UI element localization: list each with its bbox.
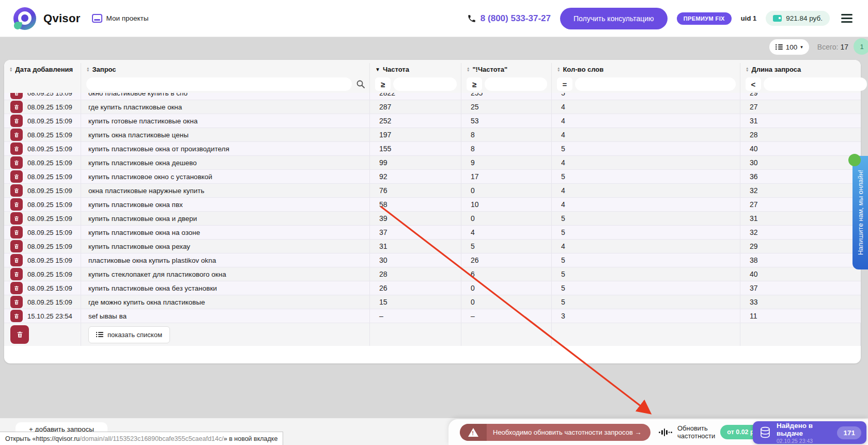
row-exact-frequency: 9 <box>461 156 552 169</box>
column-filter-input[interactable] <box>86 77 352 91</box>
delete-row-button[interactable] <box>10 212 23 225</box>
column-filter-input[interactable] <box>393 77 457 91</box>
row-date: 08.09.25 15:09 <box>27 243 72 250</box>
filter-operator: = <box>557 77 572 91</box>
table-footer-row: показать списком <box>4 323 861 346</box>
table-row: 08.09.25 15:09 купить окна пластиковые ц… <box>4 128 861 142</box>
row-date: 15.10.25 23:54 <box>27 312 72 320</box>
row-date: 08.09.25 15:09 <box>27 173 72 181</box>
sort-both-icon: ▲▼ <box>557 67 560 72</box>
column-sort-control[interactable]: ▲▼ ▼ Кол-во слов <box>557 63 736 75</box>
trash-icon <box>13 146 20 152</box>
table-row: 08.09.25 15:09 купить стеклопакет для пл… <box>4 267 861 281</box>
delete-row-button[interactable] <box>10 226 23 239</box>
filter-operator: ≥ <box>467 77 482 91</box>
my-projects-link[interactable]: Мои проекты <box>92 14 149 23</box>
row-query: где можно купить окна пластиковые <box>81 295 370 309</box>
row-query-length: 27 <box>740 198 861 211</box>
row-frequency: 26 <box>370 281 461 295</box>
delete-row-button[interactable] <box>10 170 23 183</box>
phone-number: 8 (800) 533-37-27 <box>481 13 551 24</box>
delete-row-button[interactable] <box>10 115 23 127</box>
notification-count-badge[interactable]: 1 <box>854 38 868 55</box>
row-word-count: 4 <box>552 128 740 141</box>
total-value: 17 <box>840 43 848 51</box>
table-row: 08.09.25 15:09 купить готовые пластиковы… <box>4 114 861 128</box>
row-query-length: 40 <box>740 267 861 281</box>
row-date: 08.09.25 15:09 <box>27 271 72 278</box>
delete-row-button[interactable] <box>10 101 23 113</box>
row-word-count: 5 <box>552 295 740 309</box>
trash-icon <box>13 215 20 222</box>
page-size-dropdown[interactable]: 100 ▾ <box>769 39 809 55</box>
search-icon[interactable] <box>356 80 365 89</box>
column-sort-control[interactable]: ▲▼ ▼ "!Частота" <box>467 63 547 75</box>
column-filter-input[interactable] <box>764 77 867 91</box>
delete-all-button[interactable] <box>10 325 29 344</box>
row-word-count: 5 <box>552 226 740 239</box>
row-date: 08.09.25 15:09 <box>27 145 72 153</box>
column-header: ▲▼ ▼ Дата добавления <box>4 63 81 93</box>
update-alert-pill[interactable]: ! Необходимо обновить частотности запрос… <box>460 424 650 441</box>
phone-icon <box>467 14 476 23</box>
delete-row-button[interactable] <box>10 240 23 252</box>
row-frequency: 39 <box>370 212 461 225</box>
consultation-button[interactable]: Получить консультацию <box>560 8 668 29</box>
row-exact-frequency: 8 <box>461 128 552 141</box>
trash-icon <box>13 299 20 306</box>
serp-results-card[interactable]: Найдено в выдаче 02.10.25 23:43 171 <box>753 421 866 444</box>
row-query-length: 30 <box>740 156 861 169</box>
phone-link[interactable]: 8 (800) 533-37-27 <box>467 13 551 24</box>
row-exact-frequency: 53 <box>461 114 552 128</box>
delete-row-button[interactable] <box>10 254 23 266</box>
row-query: пластиковые окна купить plastikov okna <box>81 253 370 267</box>
row-date: 08.09.25 15:09 <box>27 117 72 125</box>
column-filter-input[interactable] <box>575 77 736 91</box>
table-row: 08.09.25 15:09 купить пластиковые окна и… <box>4 212 861 226</box>
row-query-length: 11 <box>740 309 861 323</box>
trash-icon <box>13 257 20 264</box>
row-query-length: 38 <box>740 253 861 267</box>
row-query: купить пластиковые окна рехау <box>81 240 370 253</box>
online-chat-tab[interactable]: Напишите нам, мы онлайн! <box>853 156 868 269</box>
delete-row-button[interactable] <box>10 184 23 197</box>
delete-row-button[interactable] <box>10 310 23 322</box>
status-url-suffix: » в новой вкладке <box>224 435 278 442</box>
trash-icon <box>13 313 20 320</box>
row-query-length: 27 <box>740 100 861 114</box>
column-filter-input[interactable] <box>485 77 547 91</box>
show-as-list-button[interactable]: показать списком <box>88 326 170 343</box>
table-row: 08.09.25 15:09 окна пластиковые наружные… <box>4 184 861 198</box>
table-row: 08.09.25 15:09 где можно купить окна пла… <box>4 295 861 309</box>
delete-row-button[interactable] <box>10 268 23 280</box>
column-sort-control[interactable]: ▲▼ ▼ Частота <box>375 63 457 75</box>
balance-pill[interactable]: 921.84 руб. <box>766 11 830 26</box>
table-row: 08.09.25 15:09 окно пластиковое купить в… <box>4 93 861 100</box>
delete-row-button[interactable] <box>10 198 23 211</box>
menu-button[interactable] <box>839 12 855 25</box>
row-query: купить пластиковые окна дешево <box>81 156 370 169</box>
column-sort-control[interactable]: ▲▼ ▼ Запрос <box>86 63 365 75</box>
app-header: Qvisor Мои проекты 8 (800) 533-37-27 Пол… <box>0 0 868 37</box>
delete-row-button[interactable] <box>10 93 23 99</box>
delete-row-button[interactable] <box>10 282 23 294</box>
delete-row-button[interactable] <box>10 129 23 141</box>
filter-operator: < <box>746 77 761 91</box>
row-query: купить пластиковые окна и двери <box>81 212 370 225</box>
row-exact-frequency: 255 <box>461 93 552 100</box>
delete-row-button[interactable] <box>10 296 23 308</box>
column-sort-control[interactable]: ▲▼ ▼ Дата добавления <box>9 63 76 75</box>
column-title: Запрос <box>92 66 116 73</box>
row-query: купить стеклопакет для пластикового окна <box>81 267 370 281</box>
row-date: 08.09.25 15:09 <box>27 215 72 223</box>
qvisor-logo-icon[interactable] <box>13 7 36 30</box>
row-exact-frequency: 8 <box>461 142 552 155</box>
column-sort-control[interactable]: ▲▼ ▼ Длина запроса <box>746 63 867 75</box>
row-frequency: 92 <box>370 170 461 183</box>
row-date: 08.09.25 15:09 <box>27 298 72 306</box>
row-word-count: 4 <box>552 100 740 114</box>
table-row: 08.09.25 15:09 купить пластиковые окна о… <box>4 142 861 156</box>
chevron-down-icon: ▾ <box>800 44 803 50</box>
delete-row-button[interactable] <box>10 142 23 155</box>
delete-row-button[interactable] <box>10 156 23 169</box>
